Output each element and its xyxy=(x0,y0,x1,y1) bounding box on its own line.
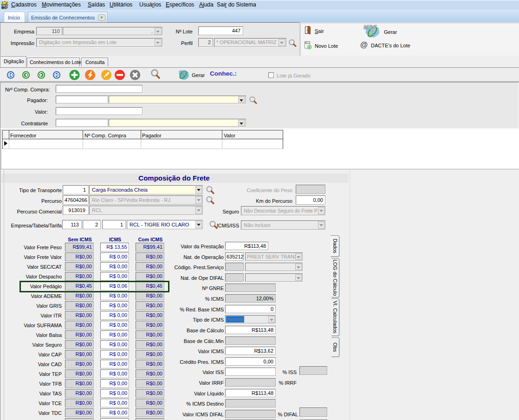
svg-text:e: e xyxy=(182,72,185,78)
svg-text:e: e xyxy=(370,28,374,37)
